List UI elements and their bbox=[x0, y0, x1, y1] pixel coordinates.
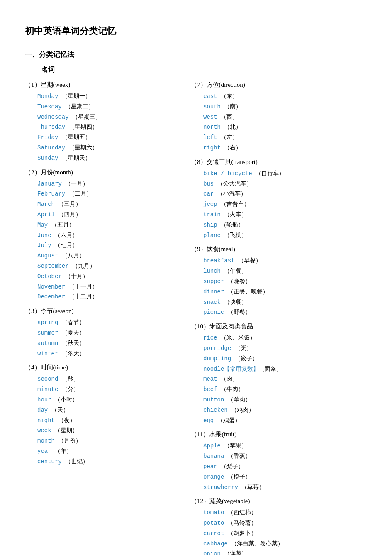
word-bike: bike / bicycle （自行车） bbox=[191, 169, 367, 179]
word-egg: egg （鸡蛋） bbox=[191, 416, 367, 426]
word-february: February （二月） bbox=[25, 189, 183, 199]
word-saturday: Saturday （星期六） bbox=[25, 143, 183, 153]
category-month: （2）月份(month) January （一月） February （二月） … bbox=[25, 167, 183, 303]
word-wednesday: Wednesday （星期三） bbox=[25, 112, 183, 122]
word-carrot: carrot （胡萝卜） bbox=[191, 528, 367, 539]
word-picnic: picnic （野餐） bbox=[191, 307, 367, 318]
word-beef: beef （牛肉） bbox=[191, 384, 367, 395]
category-staple: （10）米面及肉类食品 rice （米、米饭） porridge （粥） dum… bbox=[191, 321, 367, 425]
word-dinner: dinner （正餐、晚餐） bbox=[191, 287, 367, 297]
word-tuesday: Tuesday （星期二） bbox=[25, 102, 183, 112]
section-heading: 一、分类记忆法 bbox=[25, 50, 367, 59]
word-meat: meat （肉） bbox=[191, 374, 367, 384]
word-may: May （五月） bbox=[25, 220, 183, 230]
word-rice: rice （米、米饭） bbox=[191, 333, 367, 343]
word-bus: bus （公共汽车） bbox=[191, 179, 367, 189]
word-car: car （小汽车） bbox=[191, 189, 367, 199]
word-potato: potato （马铃薯） bbox=[191, 518, 367, 528]
word-porridge: porridge （粥） bbox=[191, 343, 367, 354]
word-december: December （十二月） bbox=[25, 292, 183, 302]
word-summer: summer （夏天） bbox=[25, 328, 183, 338]
word-apple: Apple （苹果） bbox=[191, 441, 367, 451]
word-august: August （八月） bbox=[25, 251, 183, 261]
word-snack: snack （快餐） bbox=[191, 297, 367, 308]
word-west: west （西） bbox=[191, 112, 367, 122]
category-meal: （9）饮食(meal) breakfast （早餐） lunch （午餐） su… bbox=[191, 244, 367, 318]
category-meal-label: （9）饮食(meal) bbox=[191, 244, 367, 255]
word-supper: supper （晚餐） bbox=[191, 276, 367, 287]
word-strawberry: strawberry （草莓） bbox=[191, 482, 367, 493]
word-november: November （十一月） bbox=[25, 282, 183, 292]
word-thursday: Thursday （星期四） bbox=[25, 122, 183, 132]
word-chicken: chicken （鸡肉） bbox=[191, 405, 367, 416]
word-east: east （东） bbox=[191, 91, 367, 102]
category-season: （3）季节(season) spring （春节） summer （夏天） au… bbox=[25, 306, 183, 359]
word-banana: banana （香蕉） bbox=[191, 451, 367, 462]
word-ship: ship （轮船） bbox=[191, 220, 367, 230]
word-north: north （北） bbox=[191, 122, 367, 132]
word-friday: Friday （星期五） bbox=[25, 132, 183, 143]
category-staple-label: （10）米面及肉类食品 bbox=[191, 321, 367, 332]
word-april: April （四月） bbox=[25, 210, 183, 220]
word-orange: orange （橙子） bbox=[191, 472, 367, 482]
category-time: （4）时间(time) second （秒） minute （分） hour （… bbox=[25, 362, 183, 467]
page-title: 初中英语单词分类记忆 bbox=[25, 25, 367, 37]
word-spring: spring （春节） bbox=[25, 318, 183, 328]
category-time-label: （4）时间(time) bbox=[25, 362, 183, 373]
word-plane: plane （飞机） bbox=[191, 230, 367, 241]
word-june: June （六月） bbox=[25, 230, 183, 241]
word-hour: hour （小时） bbox=[25, 395, 183, 405]
category-vegetable: （12）蔬菜(vegetable) tomato （西红柿） potato （马… bbox=[191, 496, 367, 555]
word-minute: minute （分） bbox=[25, 384, 183, 395]
word-winter: winter （冬天） bbox=[25, 349, 183, 359]
word-cabbage: cabbage （洋白菜、卷心菜） bbox=[191, 539, 367, 549]
word-right: right （右） bbox=[191, 143, 367, 153]
category-fruit: （11）水果(fruit) Apple （苹果） banana （香蕉） pea… bbox=[191, 429, 367, 492]
word-week: week （星期） bbox=[25, 425, 183, 436]
word-train: train （火车） bbox=[191, 210, 367, 220]
left-column: （1）星期(week) Monday （星期一） Tuesday （星期二） W… bbox=[25, 79, 183, 555]
word-year: year （年） bbox=[25, 446, 183, 457]
word-lunch: lunch （午餐） bbox=[191, 266, 367, 276]
category-season-label: （3）季节(season) bbox=[25, 306, 183, 317]
word-march: March （三月） bbox=[25, 199, 183, 210]
word-dumpling: dumpling （饺子） bbox=[191, 354, 367, 364]
word-month: month （月份） bbox=[25, 436, 183, 446]
word-pear: pear （梨子） bbox=[191, 462, 367, 472]
word-night: night （夜） bbox=[25, 416, 183, 426]
word-january: January （一月） bbox=[25, 179, 183, 189]
word-autumn: autumn （秋天） bbox=[25, 338, 183, 349]
category-direction-label: （7）方位(direction) bbox=[191, 79, 367, 90]
category-week: （1）星期(week) Monday （星期一） Tuesday （星期二） W… bbox=[25, 79, 183, 164]
word-october: October （十月） bbox=[25, 271, 183, 282]
category-transport: （8）交通工具(transport) bike / bicycle （自行车） … bbox=[191, 156, 367, 241]
word-jeep: jeep （吉普车） bbox=[191, 199, 367, 210]
category-fruit-label: （11）水果(fruit) bbox=[191, 429, 367, 440]
word-century: century （世纪） bbox=[25, 457, 183, 467]
word-noodle: noodle【常用复数】（面条） bbox=[191, 364, 367, 374]
category-transport-label: （8）交通工具(transport) bbox=[191, 156, 367, 168]
word-left: left （左） bbox=[191, 132, 367, 143]
word-day: day （天） bbox=[25, 405, 183, 416]
category-month-label: （2）月份(month) bbox=[25, 167, 183, 178]
word-mutton: mutton （羊肉） bbox=[191, 395, 367, 405]
word-tomato: tomato （西红柿） bbox=[191, 508, 367, 518]
category-week-label: （1）星期(week) bbox=[25, 79, 183, 90]
word-september: September （九月） bbox=[25, 261, 183, 271]
word-sunday: Sunday （星期天） bbox=[25, 153, 183, 164]
word-second: second （秒） bbox=[25, 374, 183, 384]
word-monday: Monday （星期一） bbox=[25, 91, 183, 102]
word-south: south （南） bbox=[191, 102, 367, 112]
right-column: （7）方位(direction) east （东） south （南） west… bbox=[191, 79, 367, 555]
word-july: July （七月） bbox=[25, 240, 183, 251]
category-vegetable-label: （12）蔬菜(vegetable) bbox=[191, 496, 367, 507]
word-breakfast: breakfast （早餐） bbox=[191, 256, 367, 266]
word-onion: onion （洋葱） bbox=[191, 549, 367, 555]
noun-heading: 名词 bbox=[25, 66, 367, 74]
category-direction: （7）方位(direction) east （东） south （南） west… bbox=[191, 79, 367, 153]
